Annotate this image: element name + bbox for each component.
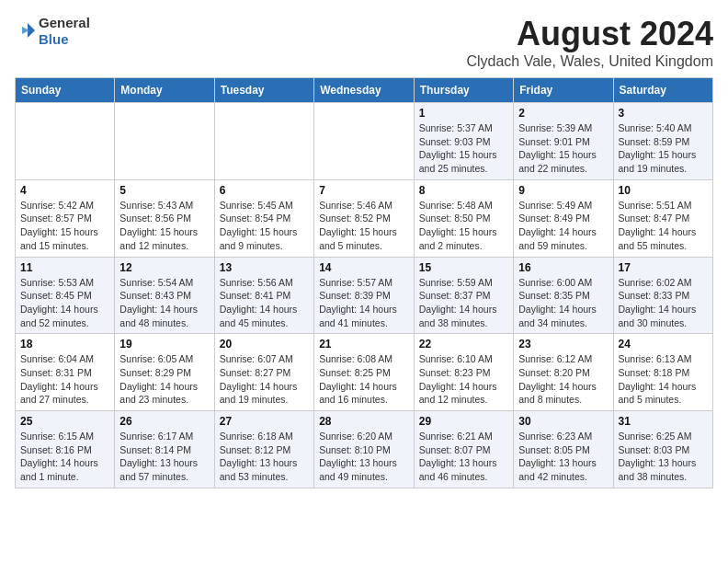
day-number: 5 — [119, 184, 209, 197]
calendar-cell — [314, 103, 415, 180]
day-number: 21 — [319, 338, 409, 350]
day-info: Sunrise: 6:07 AM Sunset: 8:27 PM Dayligh… — [220, 352, 309, 407]
day-number: 23 — [518, 338, 608, 350]
day-number: 18 — [20, 338, 109, 350]
calendar-cell: 26Sunrise: 6:17 AM Sunset: 8:14 PM Dayli… — [115, 411, 214, 488]
calendar-cell: 5Sunrise: 5:43 AM Sunset: 8:56 PM Daylig… — [115, 179, 214, 257]
day-number: 30 — [518, 415, 608, 428]
weekday-header-saturday: Saturday — [613, 78, 713, 103]
day-number: 29 — [419, 415, 508, 428]
day-info: Sunrise: 5:46 AM Sunset: 8:52 PM Dayligh… — [319, 199, 409, 253]
day-info: Sunrise: 5:39 AM Sunset: 9:01 PM Dayligh… — [518, 121, 608, 176]
day-info: Sunrise: 6:08 AM Sunset: 8:25 PM Dayligh… — [319, 352, 409, 407]
header: General Blue August 2024 Clydach Vale, W… — [15, 15, 713, 70]
calendar-cell: 23Sunrise: 6:12 AM Sunset: 8:20 PM Dayli… — [514, 334, 613, 411]
day-info: Sunrise: 5:43 AM Sunset: 8:56 PM Dayligh… — [119, 199, 209, 253]
calendar-cell: 2Sunrise: 5:39 AM Sunset: 9:01 PM Daylig… — [514, 103, 613, 180]
day-info: Sunrise: 5:48 AM Sunset: 8:50 PM Dayligh… — [419, 199, 508, 253]
calendar-cell: 15Sunrise: 5:59 AM Sunset: 8:37 PM Dayli… — [414, 257, 513, 334]
calendar-week-1: 1Sunrise: 5:37 AM Sunset: 9:03 PM Daylig… — [16, 103, 713, 180]
calendar-cell: 1Sunrise: 5:37 AM Sunset: 9:03 PM Daylig… — [414, 103, 513, 180]
day-info: Sunrise: 5:57 AM Sunset: 8:39 PM Dayligh… — [319, 276, 409, 330]
weekday-header-monday: Monday — [115, 78, 214, 103]
day-info: Sunrise: 5:51 AM Sunset: 8:47 PM Dayligh… — [619, 199, 709, 253]
calendar-cell: 16Sunrise: 6:00 AM Sunset: 8:35 PM Dayli… — [514, 257, 613, 334]
calendar-cell: 6Sunrise: 5:45 AM Sunset: 8:54 PM Daylig… — [214, 179, 313, 257]
day-number: 2 — [518, 107, 608, 120]
calendar-week-5: 25Sunrise: 6:15 AM Sunset: 8:16 PM Dayli… — [16, 411, 713, 488]
day-number: 24 — [619, 338, 709, 350]
day-number: 19 — [119, 338, 209, 350]
day-info: Sunrise: 6:18 AM Sunset: 8:12 PM Dayligh… — [220, 430, 309, 484]
day-number: 10 — [619, 184, 709, 197]
day-number: 11 — [20, 261, 109, 274]
weekday-header-tuesday: Tuesday — [214, 78, 313, 103]
day-info: Sunrise: 6:17 AM Sunset: 8:14 PM Dayligh… — [119, 430, 209, 484]
calendar-cell — [214, 103, 313, 180]
logo: General Blue — [15, 15, 90, 48]
day-info: Sunrise: 5:59 AM Sunset: 8:37 PM Dayligh… — [419, 276, 508, 330]
calendar-cell: 30Sunrise: 6:23 AM Sunset: 8:05 PM Dayli… — [514, 411, 613, 488]
day-info: Sunrise: 6:23 AM Sunset: 8:05 PM Dayligh… — [518, 430, 608, 484]
day-number: 28 — [319, 415, 409, 428]
day-number: 20 — [220, 338, 309, 350]
day-number: 12 — [119, 261, 209, 274]
calendar-cell: 13Sunrise: 5:56 AM Sunset: 8:41 PM Dayli… — [214, 257, 313, 334]
day-info: Sunrise: 5:54 AM Sunset: 8:43 PM Dayligh… — [119, 276, 209, 330]
weekday-header-row: SundayMondayTuesdayWednesdayThursdayFrid… — [16, 78, 713, 103]
day-info: Sunrise: 5:42 AM Sunset: 8:57 PM Dayligh… — [20, 199, 109, 253]
day-number: 13 — [220, 261, 309, 274]
weekday-header-sunday: Sunday — [16, 78, 115, 103]
calendar-cell — [16, 103, 115, 180]
day-number: 1 — [419, 107, 508, 120]
day-number: 31 — [619, 415, 709, 428]
day-number: 27 — [220, 415, 309, 428]
calendar-table: SundayMondayTuesdayWednesdayThursdayFrid… — [15, 77, 713, 488]
day-number: 25 — [20, 415, 109, 428]
calendar-cell: 18Sunrise: 6:04 AM Sunset: 8:31 PM Dayli… — [16, 334, 115, 411]
day-info: Sunrise: 6:15 AM Sunset: 8:16 PM Dayligh… — [20, 430, 109, 484]
weekday-header-wednesday: Wednesday — [314, 78, 415, 103]
calendar-cell: 28Sunrise: 6:20 AM Sunset: 8:10 PM Dayli… — [314, 411, 415, 488]
day-info: Sunrise: 6:12 AM Sunset: 8:20 PM Dayligh… — [518, 352, 608, 407]
calendar-cell: 31Sunrise: 6:25 AM Sunset: 8:03 PM Dayli… — [613, 411, 713, 488]
calendar-cell: 17Sunrise: 6:02 AM Sunset: 8:33 PM Dayli… — [613, 257, 713, 334]
day-info: Sunrise: 5:40 AM Sunset: 8:59 PM Dayligh… — [619, 121, 709, 176]
logo-icon — [15, 21, 35, 41]
main-title: August 2024 — [466, 15, 713, 53]
day-number: 16 — [518, 261, 608, 274]
day-info: Sunrise: 6:02 AM Sunset: 8:33 PM Dayligh… — [619, 276, 709, 330]
calendar-cell: 21Sunrise: 6:08 AM Sunset: 8:25 PM Dayli… — [314, 334, 415, 411]
sub-title: Clydach Vale, Wales, United Kingdom — [466, 53, 713, 70]
title-area: August 2024 Clydach Vale, Wales, United … — [466, 15, 713, 70]
day-info: Sunrise: 6:00 AM Sunset: 8:35 PM Dayligh… — [518, 276, 608, 330]
day-number: 26 — [119, 415, 209, 428]
calendar-cell — [115, 103, 214, 180]
calendar-cell: 4Sunrise: 5:42 AM Sunset: 8:57 PM Daylig… — [16, 179, 115, 257]
weekday-header-friday: Friday — [514, 78, 613, 103]
logo-text-general: General — [39, 15, 90, 30]
day-number: 9 — [518, 184, 608, 197]
calendar-cell: 8Sunrise: 5:48 AM Sunset: 8:50 PM Daylig… — [414, 179, 513, 257]
day-number: 6 — [220, 184, 309, 197]
calendar-week-4: 18Sunrise: 6:04 AM Sunset: 8:31 PM Dayli… — [16, 334, 713, 411]
calendar-cell: 20Sunrise: 6:07 AM Sunset: 8:27 PM Dayli… — [214, 334, 313, 411]
day-number: 7 — [319, 184, 409, 197]
day-number: 4 — [20, 184, 109, 197]
logo-text-blue: Blue — [39, 31, 69, 47]
weekday-header-thursday: Thursday — [414, 78, 513, 103]
day-number: 15 — [419, 261, 508, 274]
calendar-cell: 12Sunrise: 5:54 AM Sunset: 8:43 PM Dayli… — [115, 257, 214, 334]
day-number: 14 — [319, 261, 409, 274]
calendar-cell: 29Sunrise: 6:21 AM Sunset: 8:07 PM Dayli… — [414, 411, 513, 488]
calendar-cell: 27Sunrise: 6:18 AM Sunset: 8:12 PM Dayli… — [214, 411, 313, 488]
calendar-cell: 9Sunrise: 5:49 AM Sunset: 8:49 PM Daylig… — [514, 179, 613, 257]
calendar-cell: 24Sunrise: 6:13 AM Sunset: 8:18 PM Dayli… — [613, 334, 713, 411]
calendar-cell: 11Sunrise: 5:53 AM Sunset: 8:45 PM Dayli… — [16, 257, 115, 334]
day-info: Sunrise: 6:20 AM Sunset: 8:10 PM Dayligh… — [319, 430, 409, 484]
day-info: Sunrise: 6:21 AM Sunset: 8:07 PM Dayligh… — [419, 430, 508, 484]
calendar-cell: 25Sunrise: 6:15 AM Sunset: 8:16 PM Dayli… — [16, 411, 115, 488]
day-info: Sunrise: 5:49 AM Sunset: 8:49 PM Dayligh… — [518, 199, 608, 253]
day-info: Sunrise: 6:05 AM Sunset: 8:29 PM Dayligh… — [119, 352, 209, 407]
day-number: 17 — [619, 261, 709, 274]
